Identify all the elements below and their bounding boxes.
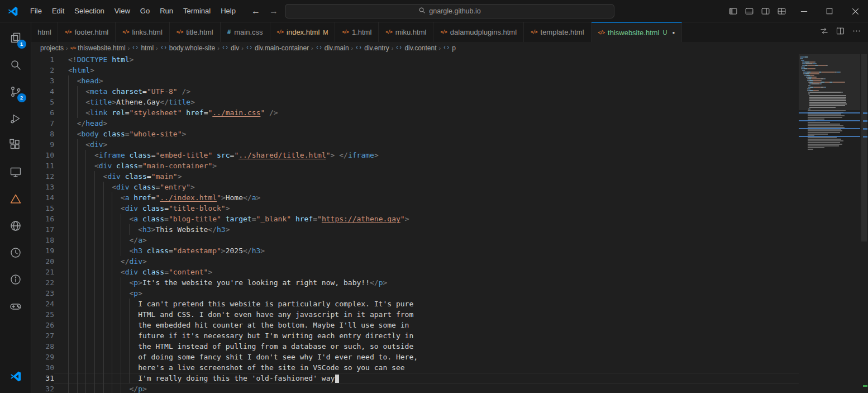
minimap-slider[interactable]: [799, 54, 860, 110]
code-line-14[interactable]: 14<a href="../index.html">Home</a>: [31, 192, 799, 203]
activity-globe-icon[interactable]: [2, 212, 29, 239]
code-line-21[interactable]: 21<div class="content">: [31, 267, 799, 277]
code-line-8[interactable]: 8<body class="whole-site">: [31, 129, 799, 139]
menu-edit[interactable]: Edit: [47, 0, 69, 22]
forward-arrow-icon[interactable]: →: [269, 6, 278, 16]
code-line-30[interactable]: 30here's a live screenshot of the site i…: [31, 362, 799, 373]
code-line-9[interactable]: 9<div>: [31, 139, 799, 150]
activity-search-icon[interactable]: [2, 51, 29, 78]
code-line-2[interactable]: 2<html>: [31, 65, 799, 75]
code-line-7[interactable]: 7</head>: [31, 118, 799, 129]
code-line-18[interactable]: 18</a>: [31, 235, 799, 245]
toggle-panel-icon[interactable]: [745, 7, 754, 16]
activity-remote-explorer-icon[interactable]: [2, 159, 29, 186]
tab-html[interactable]: html: [31, 22, 58, 42]
code-line-25[interactable]: 25HTML and CSS. I don't even have any ja…: [31, 309, 799, 320]
code-line-13[interactable]: 13<div class="entry">: [31, 182, 799, 192]
code-line-11[interactable]: 11<div class="main-container">: [31, 160, 799, 171]
breadcrumb-item-html[interactable]: html: [132, 44, 154, 53]
code-line-17[interactable]: 17<h3>This Website</h3>: [31, 224, 799, 235]
code-line-4[interactable]: 4<meta charset="UTF-8" />: [31, 86, 799, 97]
menu-terminal[interactable]: Terminal: [178, 0, 216, 22]
customize-layout-icon[interactable]: [777, 7, 786, 16]
file-html-icon: </>: [70, 46, 76, 50]
code-line-12[interactable]: 12<div class="main">: [31, 171, 799, 182]
code-line-32[interactable]: 32</p>: [31, 383, 799, 393]
more-actions-icon[interactable]: [852, 26, 861, 38]
code-line-19[interactable]: 19<h3 class="datestamp">2025</h3>: [31, 245, 799, 256]
breadcrumb-item-div[interactable]: div: [222, 44, 239, 53]
breadcrumb-item-div.main-container[interactable]: div.main-container: [246, 44, 309, 53]
command-center[interactable]: gnargle.github.io: [285, 4, 614, 18]
code-line-20[interactable]: 20</div>: [31, 256, 799, 267]
back-arrow-icon[interactable]: ←: [251, 6, 260, 16]
breadcrumb-item-projects[interactable]: projects: [40, 44, 64, 52]
breadcrumb-item-div.main[interactable]: div.main: [316, 44, 349, 53]
menu-run[interactable]: Run: [155, 0, 178, 22]
code-line-24[interactable]: 24I can't pretend this website is partic…: [31, 299, 799, 309]
activity-ext-triangle-icon[interactable]: [2, 186, 29, 212]
activity-explorer-icon[interactable]: 1: [2, 25, 29, 51]
breadcrumb-item-div.entry[interactable]: div.entry: [355, 44, 389, 53]
tab-index.html[interactable]: </>index.htmlM: [270, 22, 336, 42]
code-line-1[interactable]: 1<!DOCTYPE html>: [31, 54, 799, 65]
code-line-10[interactable]: 10<iframe class="embed-title" src="../sh…: [31, 150, 799, 160]
code-line-5[interactable]: 5<title>Athene.Gay</title>: [31, 97, 799, 107]
activity-info-icon[interactable]: [2, 266, 29, 293]
activity-run-debug-icon[interactable]: [2, 105, 29, 132]
activity-gamepad-icon[interactable]: [2, 293, 29, 320]
code-line-26[interactable]: 26the embedded hit counter at the bottom…: [31, 320, 799, 330]
tab-thiswebsite.html[interactable]: </>thiswebsite.htmlU●: [592, 22, 683, 42]
minimap[interactable]: [799, 54, 860, 393]
tabs: html</>footer.html</>links.html</>title.…: [31, 22, 813, 42]
breadcrumb-item-thiswebsite.html[interactable]: </>thiswebsite.html: [70, 44, 126, 52]
code-line-29[interactable]: 29of doing some fancy shit I don't see w…: [31, 352, 799, 362]
activity-source-control-icon[interactable]: 2: [2, 78, 29, 105]
activity-history-icon[interactable]: [2, 239, 29, 266]
breadcrumb-item-p[interactable]: p: [443, 44, 456, 53]
toggle-sidebar-icon[interactable]: [728, 7, 738, 16]
menu-help[interactable]: Help: [216, 0, 241, 22]
tab-miku.html[interactable]: </>miku.html: [379, 22, 433, 42]
code-line-15[interactable]: 15<div class="title-block">: [31, 203, 799, 214]
code-line-16[interactable]: 16<a class="blog-title" target="_blank" …: [31, 214, 799, 224]
menu-go[interactable]: Go: [135, 0, 155, 22]
dirty-dot-icon[interactable]: ●: [672, 30, 675, 35]
symbol-element-icon: [246, 44, 252, 53]
toggle-secondary-sidebar-icon[interactable]: [761, 7, 770, 16]
split-editor-icon[interactable]: [836, 26, 845, 38]
scrollbar-slider[interactable]: [861, 54, 867, 242]
tab-dalamudplugins.html[interactable]: </>dalamudplugins.html: [433, 22, 524, 42]
tab-title.html[interactable]: </>title.html: [170, 22, 221, 42]
line-number: 14: [31, 192, 54, 203]
tab-template.html[interactable]: </>template.html: [524, 22, 592, 42]
tab-main.css[interactable]: #main.css: [221, 22, 270, 42]
vscode-profile-logo-icon[interactable]: [2, 365, 29, 387]
activity-extensions-icon[interactable]: [2, 132, 29, 159]
line-number: 17: [31, 224, 54, 235]
symbol-element-icon: [395, 44, 402, 53]
open-changes-icon[interactable]: [819, 26, 829, 38]
minimize-button[interactable]: [791, 0, 817, 22]
tab-links.html[interactable]: </>links.html: [116, 22, 170, 42]
code-line-28[interactable]: 28the HTML instead of pulling from a dat…: [31, 341, 799, 352]
menu-view[interactable]: View: [109, 0, 135, 22]
breadcrumb-item-div.content[interactable]: div.content: [395, 44, 436, 53]
editor[interactable]: 1<!DOCTYPE html>2<html>3<head>4<meta cha…: [31, 54, 868, 393]
maximize-button[interactable]: [817, 0, 842, 22]
breadcrumb-item-body.whole-site[interactable]: body.whole-site: [160, 44, 216, 53]
close-button[interactable]: [842, 0, 868, 22]
code-line-3[interactable]: 3<head>: [31, 75, 799, 86]
menu-selection[interactable]: Selection: [69, 0, 109, 22]
code-line-31[interactable]: 31I'm really doing this the 'old-fashion…: [31, 373, 799, 383]
code-line-22[interactable]: 22<p>It's the website you're looking at …: [31, 277, 799, 288]
code-line-23[interactable]: 23<p>: [31, 288, 799, 299]
line-number: 19: [31, 245, 54, 256]
code-line-27[interactable]: 27future if it's necessary but I'm writi…: [31, 330, 799, 341]
overview-ruler-mark: [863, 112, 867, 114]
menu-file[interactable]: File: [25, 0, 47, 22]
vertical-scrollbar[interactable]: [860, 54, 868, 393]
tab-footer.html[interactable]: </>footer.html: [58, 22, 116, 42]
tab-1.html[interactable]: </>1.html: [335, 22, 379, 42]
code-line-6[interactable]: 6<link rel="stylesheet" href="../main.cs…: [31, 107, 799, 118]
